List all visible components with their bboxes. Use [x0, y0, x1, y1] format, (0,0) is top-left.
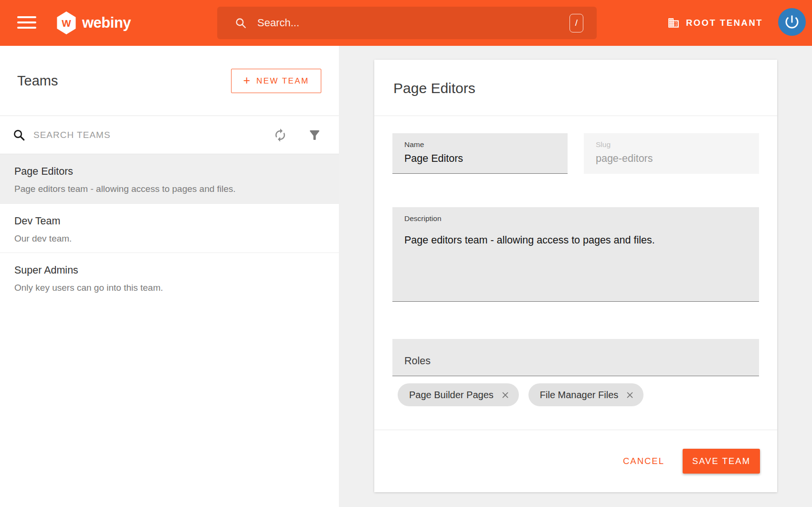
search-shortcut-hint: / [569, 14, 583, 32]
screen: W webiny / ROOT TENANT [0, 0, 812, 507]
roles-field-label: Roles [404, 355, 431, 367]
user-avatar[interactable] [778, 8, 806, 36]
team-list-item-dev-team[interactable]: Dev Team Our dev team. [0, 203, 339, 253]
team-list-item-super-admins[interactable]: Super Admins Only key users can go into … [0, 253, 339, 302]
brand-wordmark: webiny [82, 11, 131, 35]
plus-icon: + [243, 74, 250, 87]
webiny-hexagon-icon: W [56, 11, 77, 35]
refresh-icon[interactable] [273, 128, 287, 142]
role-chip-page-builder-pages: Page Builder Pages [398, 383, 519, 406]
team-list-item-page-editors[interactable]: Page Editors Page editors team - allowin… [0, 154, 339, 203]
name-field-value[interactable]: Page Editors [404, 153, 568, 165]
team-detail-card: Page Editors Name Page Editors Slug page… [374, 60, 777, 492]
page-title: Teams [17, 73, 58, 89]
global-search-bar[interactable]: / [217, 7, 597, 39]
slug-field: Slug page-editors [584, 133, 759, 174]
search-icon [234, 17, 247, 29]
description-field[interactable]: Description Page editors team - allowing… [392, 207, 759, 302]
close-icon[interactable] [625, 390, 635, 400]
team-detail-header: Page Editors [374, 60, 777, 116]
description-field-value[interactable]: Page editors team - allowing access to p… [404, 234, 759, 246]
description-field-label: Description [404, 214, 759, 223]
search-icon [12, 128, 26, 142]
new-team-button[interactable]: + NEW TEAM [231, 69, 321, 93]
role-chips: Page Builder Pages File Manager Files [398, 383, 643, 406]
slug-field-label: Slug [596, 140, 759, 149]
team-list: Page Editors Page editors team - allowin… [0, 154, 339, 302]
svg-text:W: W [62, 18, 71, 29]
form-actions: CANCEL SAVE TEAM [374, 430, 777, 492]
teams-panel-header: Teams + NEW TEAM [0, 46, 339, 116]
hamburger-menu-icon[interactable] [17, 16, 36, 29]
global-search-input[interactable] [257, 17, 569, 29]
tenant-label: ROOT TENANT [686, 18, 763, 28]
top-app-bar: W webiny / ROOT TENANT [0, 0, 812, 46]
save-team-button[interactable]: SAVE TEAM [683, 449, 760, 474]
tenant-selector[interactable]: ROOT TENANT [667, 0, 763, 46]
cancel-button[interactable]: CANCEL [623, 456, 664, 466]
role-chip-file-manager-files: File Manager Files [528, 383, 644, 406]
name-field-label: Name [404, 140, 568, 149]
team-detail-title: Page Editors [393, 80, 475, 96]
slug-field-value: page-editors [596, 153, 759, 165]
close-icon[interactable] [500, 390, 510, 400]
name-field[interactable]: Name Page Editors [392, 133, 568, 174]
teams-search-row [0, 116, 339, 154]
filter-icon[interactable] [307, 128, 322, 142]
roles-field[interactable]: Roles [392, 339, 759, 376]
building-icon [667, 17, 680, 29]
webiny-logo[interactable]: W webiny [56, 11, 131, 35]
teams-search-input[interactable] [33, 116, 243, 154]
teams-list-panel: Teams + NEW TEAM Page Editors Page edito [0, 46, 339, 507]
power-icon [783, 13, 801, 31]
